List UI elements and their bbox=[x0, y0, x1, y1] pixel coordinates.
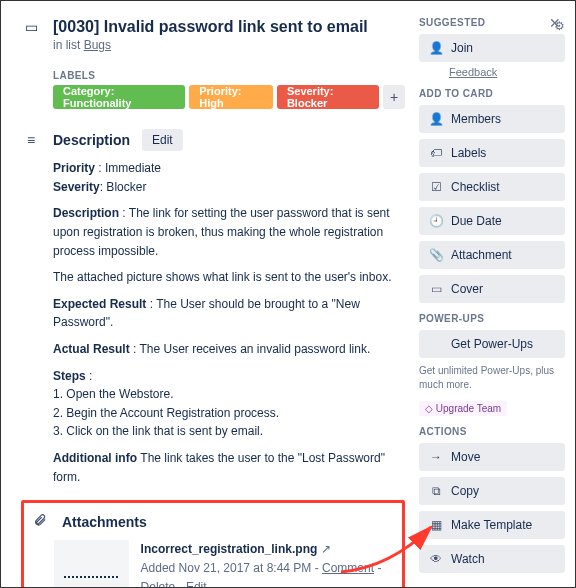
paperclip-icon: 📎 bbox=[429, 248, 443, 262]
label-chip[interactable]: Severity: Blocker bbox=[277, 85, 379, 109]
cover-icon: ▭ bbox=[429, 282, 443, 296]
attachment-thumbnail[interactable] bbox=[54, 540, 129, 588]
card-title[interactable]: [0030] Invalid password link sent to ema… bbox=[53, 17, 405, 36]
watch-button[interactable]: 👁Watch bbox=[419, 545, 565, 573]
description-body[interactable]: Priority : Immediate Severity: Blocker D… bbox=[53, 159, 405, 486]
label-chip[interactable]: Category: Functionality bbox=[53, 85, 185, 109]
person-icon: 👤 bbox=[429, 41, 443, 55]
power-ups-heading: POWER-UPS bbox=[419, 313, 565, 324]
labels-row: Category: Functionality Priority: High S… bbox=[53, 85, 405, 109]
suggested-heading: SUGGESTED bbox=[419, 17, 485, 28]
members-button[interactable]: 👤Members bbox=[419, 105, 565, 133]
upgrade-team-link[interactable]: ◇ Upgrade Team bbox=[419, 401, 507, 416]
attachment-button[interactable]: 📎Attachment bbox=[419, 241, 565, 269]
copy-button[interactable]: ⧉Copy bbox=[419, 477, 565, 505]
list-location: in list Bugs bbox=[53, 38, 405, 52]
tag-icon: 🏷 bbox=[429, 146, 443, 160]
list-link[interactable]: Bugs bbox=[84, 38, 111, 52]
move-icon: → bbox=[429, 450, 443, 464]
attachments-highlight: Attachments Incorrect_registration_link.… bbox=[21, 500, 405, 588]
description-icon: ≡ bbox=[21, 132, 41, 148]
copy-icon: ⧉ bbox=[429, 484, 443, 498]
close-icon[interactable]: ✕ bbox=[549, 15, 561, 31]
cover-button[interactable]: ▭Cover bbox=[419, 275, 565, 303]
attachment-comment-link[interactable]: Comment bbox=[322, 561, 374, 575]
labels-button[interactable]: 🏷Labels bbox=[419, 139, 565, 167]
description-heading: Description bbox=[53, 132, 130, 148]
join-button[interactable]: 👤Join bbox=[419, 34, 565, 62]
add-to-card-heading: ADD TO CARD bbox=[419, 88, 565, 99]
add-label-button[interactable]: + bbox=[383, 85, 405, 109]
attachments-heading: Attachments bbox=[62, 514, 147, 530]
feedback-link[interactable]: Feedback bbox=[449, 66, 565, 78]
edit-description-button[interactable]: Edit bbox=[142, 129, 183, 151]
card-icon: ▭ bbox=[21, 19, 41, 35]
power-ups-text: Get unlimited Power-Ups, plus much more. bbox=[419, 364, 565, 392]
due-date-button[interactable]: 🕘Due Date bbox=[419, 207, 565, 235]
attachment-delete-link[interactable]: Delete bbox=[141, 580, 176, 588]
checklist-button[interactable]: ☑Checklist bbox=[419, 173, 565, 201]
label-chip[interactable]: Priority: High bbox=[189, 85, 273, 109]
actions-heading: ACTIONS bbox=[419, 426, 565, 437]
make-template-button[interactable]: ▦Make Template bbox=[419, 511, 565, 539]
clock-icon: 🕘 bbox=[429, 214, 443, 228]
eye-icon: 👁 bbox=[429, 552, 443, 566]
attachment-name[interactable]: Incorrect_registration_link.png bbox=[141, 542, 318, 556]
get-power-ups-button[interactable]: Get Power-Ups bbox=[419, 330, 565, 358]
attachment-date: Added Nov 21, 2017 at 8:44 PM - bbox=[141, 561, 322, 575]
person-icon: 👤 bbox=[429, 112, 443, 126]
move-button[interactable]: →Move bbox=[419, 443, 565, 471]
labels-heading: LABELS bbox=[53, 70, 405, 81]
checklist-icon: ☑ bbox=[429, 180, 443, 194]
paperclip-icon bbox=[30, 513, 50, 530]
open-icon[interactable]: ↗ bbox=[321, 542, 331, 556]
template-icon: ▦ bbox=[429, 518, 443, 532]
attachment-edit-link[interactable]: Edit bbox=[186, 580, 207, 588]
